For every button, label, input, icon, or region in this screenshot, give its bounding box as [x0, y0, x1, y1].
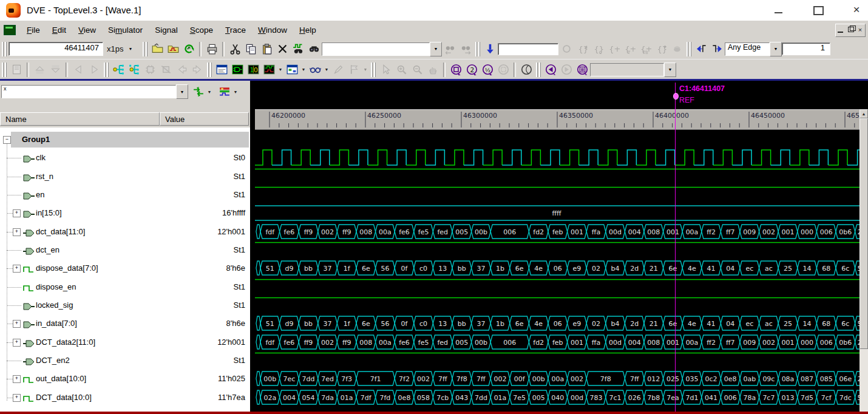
print-icon[interactable] — [204, 41, 220, 57]
edge-dropdown-icon[interactable]: ▼ — [770, 42, 782, 56]
document-window-icon[interactable] — [4, 25, 16, 35]
menu-item-edit[interactable]: Edit — [46, 24, 72, 36]
wave-row-dispose_en[interactable] — [255, 278, 860, 296]
search-dropdown-icon[interactable]: ▼ — [430, 42, 442, 56]
waveform-rows[interactable]: fffffdffe6ff9002ff900800afe6fe5fed00500b… — [255, 129, 860, 412]
signal-filter-dropdown-icon[interactable]: ▼ — [176, 84, 188, 99]
menu-item-window[interactable]: Window — [252, 24, 293, 36]
toolbar-grip[interactable] — [143, 42, 147, 56]
signal-row-en[interactable]: enSt1 — [0, 186, 250, 204]
zoom-cursor-icon[interactable] — [518, 62, 534, 78]
reload-databases-icon[interactable] — [181, 41, 197, 57]
wave-row-DCT_data_10_0_[interactable]: 02a0040547da01a7df7fd0e80587cb0437dd01a7… — [255, 389, 860, 407]
mdi-restore-button[interactable] — [846, 24, 855, 35]
toolbar-grip[interactable] — [536, 63, 541, 77]
zoom-fit-icon[interactable] — [448, 62, 464, 78]
signal-row-DCT_en2[interactable]: DCT_en2St1 — [0, 351, 250, 370]
zoom-2x-icon[interactable]: 2 — [464, 62, 480, 78]
menu-item-simulator[interactable]: Simulator — [102, 24, 149, 36]
expand-icon[interactable]: + — [13, 375, 21, 383]
expand-icon[interactable]: + — [13, 320, 21, 328]
menu-item-help[interactable]: Help — [293, 24, 322, 36]
toolbar-grip[interactable] — [475, 42, 480, 56]
signal-search-combobox[interactable]: ▼ — [322, 42, 442, 56]
signal-search-input[interactable] — [322, 42, 430, 56]
wave-row-locked_sig[interactable] — [255, 296, 860, 314]
view-wave-icon[interactable] — [261, 62, 277, 78]
cursor-handle-icon[interactable] — [673, 93, 679, 100]
view-wave-dropdown-icon[interactable]: ▼ — [277, 62, 284, 78]
copy-icon[interactable] — [243, 41, 259, 57]
goto-time-icon[interactable] — [482, 41, 498, 57]
toolbar-grip[interactable] — [2, 63, 7, 77]
view-schematic-window-dropdown-icon[interactable]: ▼ — [300, 62, 307, 78]
expand-icon[interactable]: + — [13, 265, 21, 273]
wave-row-in_data_7_0_[interactable]: 51d9bb371f6e560fc013bb371b6e4e06e902b42d… — [255, 314, 860, 333]
wave-row-en[interactable] — [255, 186, 860, 204]
open-session-icon[interactable] — [165, 41, 181, 57]
wave-row-in_15_0_[interactable]: ffff — [255, 204, 860, 222]
menu-item-scope[interactable]: Scope — [184, 24, 219, 36]
collapse-expander-icon[interactable]: − — [3, 136, 11, 144]
mdi-close-button[interactable]: × — [855, 24, 865, 35]
find-icon[interactable] — [306, 41, 322, 57]
signal-row-dct_data_11_0_[interactable]: +dct_data[11:0]12'h001 — [0, 223, 250, 241]
signal-row-DCT_data2_11_0_[interactable]: +DCT_data2[11:0]12'h001 — [0, 333, 250, 351]
open-wave-file-icon[interactable] — [149, 41, 165, 57]
wave-row-DCT_data2_11_0_[interactable]: fdffe6ff9002ff900800afe6fe5fed00500b006f… — [255, 333, 860, 351]
maximize-button[interactable] — [809, 4, 827, 16]
cut-icon[interactable] — [227, 41, 243, 57]
toolbar-grip[interactable] — [207, 63, 212, 77]
wave-display-options-button[interactable]: ▼ — [216, 84, 240, 99]
menu-item-view[interactable]: View — [72, 24, 102, 36]
vertical-scrollbar[interactable]: ▲ — [860, 109, 868, 412]
wave-row-DCT_en2[interactable] — [255, 351, 860, 370]
signal-row-dispose_en[interactable]: dispose_enSt1 — [0, 278, 250, 296]
wave-row-out_data_10_0_[interactable]: 00b7ec7dd7ed7f37f17f20027ff7f87ff00200f0… — [255, 370, 860, 388]
wave-row-rst_n[interactable] — [255, 168, 860, 186]
wave-row-clk[interactable] — [255, 149, 860, 167]
view-watch-icon[interactable] — [307, 62, 323, 78]
expand-icon[interactable]: + — [13, 339, 21, 347]
scroll-up-icon[interactable]: ▲ — [860, 109, 868, 118]
view-gate-icon[interactable] — [229, 62, 245, 78]
toolbar-grip[interactable] — [104, 63, 109, 77]
close-button[interactable]: × — [847, 4, 866, 16]
search-waveform-icon[interactable] — [290, 41, 306, 57]
view-source-icon[interactable] — [214, 62, 229, 78]
mdi-minimize-button[interactable] — [836, 24, 846, 35]
expand-icon[interactable]: + — [13, 228, 21, 236]
minimize-button[interactable] — [770, 4, 788, 16]
view-schematic-window-icon[interactable] — [284, 62, 300, 78]
signal-row-locked_sig[interactable]: locked_sigSt1 — [0, 296, 250, 314]
edge-count-field[interactable]: 1 — [782, 42, 830, 55]
next-edge-icon[interactable] — [709, 41, 725, 57]
expand-icon[interactable]: + — [13, 209, 21, 217]
previous-edge-icon[interactable] — [693, 41, 709, 57]
history-list-icon[interactable] — [574, 62, 590, 78]
wave-row-dct_en[interactable] — [255, 241, 860, 259]
delete-icon[interactable] — [274, 41, 290, 57]
zoom-half-icon[interactable]: ½ — [480, 62, 495, 78]
signal-row-dct_en[interactable]: dct_enSt1 — [0, 241, 250, 259]
wave-row-dct_data_11_0_[interactable]: fdffe6ff9002ff900800afe6fe5fed00500b006f… — [255, 223, 860, 241]
toolbar-grip[interactable] — [371, 63, 376, 77]
scrollbar-thumb[interactable] — [860, 118, 868, 349]
menu-item-signal[interactable]: Signal — [149, 24, 184, 36]
expand-icon[interactable]: + — [13, 394, 21, 402]
view-watch-dropdown-icon[interactable]: ▼ — [323, 62, 330, 78]
view-tech-icon[interactable]: 10 — [245, 62, 261, 78]
toolbar-grip[interactable] — [687, 42, 691, 56]
show-loads-icon[interactable] — [126, 62, 142, 78]
signal-row-out_data_10_0_[interactable]: +out_data[10:0]11'h025 — [0, 370, 250, 388]
time-unit-dropdown[interactable]: x1ps▼ — [103, 42, 141, 56]
signal-row-rst_n[interactable]: rst_nSt1 — [0, 168, 250, 186]
signal-row-DCT_data_10_0_[interactable]: +DCT_data[10:0]11'h7ea — [0, 389, 250, 407]
show-drivers-icon[interactable] — [110, 62, 126, 78]
signal-filter-combobox[interactable]: x ▼ — [1, 85, 188, 98]
compare-dropdown-icon[interactable]: ▼ — [206, 84, 213, 100]
time-display-field[interactable]: 46411407 — [8, 42, 103, 56]
name-column-header[interactable]: Name — [0, 112, 160, 126]
cursor-line[interactable] — [675, 83, 676, 412]
time-ruler[interactable]: 4620000046250000463000004635000046400000… — [255, 109, 860, 130]
